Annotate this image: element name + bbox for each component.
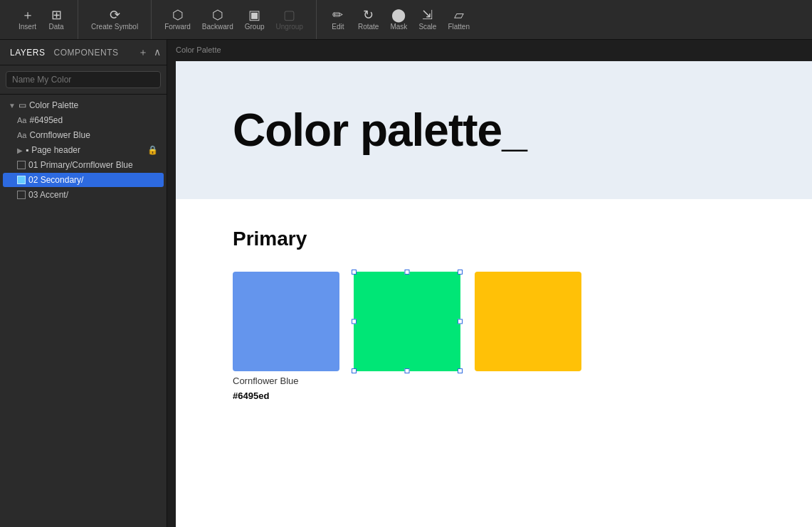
page-header-label: Page header (31, 145, 144, 155)
flatten-icon: ▱ (454, 9, 464, 21)
forward-button[interactable]: ⬡ Forward (160, 6, 195, 33)
data-icon: ⊞ (51, 9, 62, 21)
toolbar: ＋ Insert ⊞ Data ⟳ Create Symbol ⬡ Forwar… (0, 0, 812, 40)
layer-page-header[interactable]: ▶ ▪ Page header 🔒 (3, 143, 164, 157)
toolbar-symbol-group: ⟳ Create Symbol (78, 0, 152, 39)
artboard[interactable]: Color palette_ Primary Cornflower Blue #… (176, 61, 812, 527)
rotate-icon: ↻ (363, 9, 374, 21)
tab-components[interactable]: COMPONENTS (49, 45, 122, 60)
primary-section-title: Primary (233, 228, 755, 250)
handle-ml[interactable] (352, 319, 357, 324)
swatch-green[interactable] (354, 272, 460, 371)
scale-label: Scale (418, 23, 436, 31)
ungroup-button[interactable]: ▢ Ungroup (272, 6, 307, 33)
ungroup-label: Ungroup (276, 23, 303, 31)
swatch-yellow-color[interactable] (475, 272, 581, 371)
layer-accent-label: 03 Accent/ (28, 190, 158, 200)
handle-mr[interactable] (458, 319, 463, 324)
insert-button[interactable]: ＋ Insert (14, 6, 41, 33)
frame-icon: ▭ (19, 100, 26, 110)
data-button[interactable]: ⊞ Data (43, 6, 69, 33)
search-input[interactable] (6, 71, 161, 88)
toolbar-tools-group: ✏ Edit ↻ Rotate ⬤ Mask ⇲ Scale ▱ Flatten (317, 0, 483, 39)
layer-options-icon[interactable]: ∧ (154, 46, 161, 59)
swatch-cornflower-color[interactable] (233, 272, 339, 371)
flatten-button[interactable]: ▱ Flatten (443, 6, 474, 33)
data-label: Data (48, 23, 63, 31)
hero-title: Color palette_ (233, 104, 755, 156)
rotate-button[interactable]: ↻ Rotate (354, 6, 383, 33)
create-symbol-icon: ⟳ (110, 9, 120, 21)
scale-icon: ⇲ (422, 9, 433, 21)
swatch-green-color[interactable] (354, 272, 460, 371)
sidebar: LAYERS COMPONENTS ＋ ∧ ▼ ▭ Color Palette … (0, 40, 167, 527)
mask-label: Mask (390, 23, 407, 31)
layer-primary-label: 01 Primary/Cornflower Blue (28, 160, 158, 170)
artboard-label: Color Palette (176, 46, 221, 54)
layer-cornflower-label: Cornflower Blue (29, 130, 158, 140)
handle-br[interactable] (458, 368, 463, 373)
mask-icon: ⬤ (391, 9, 406, 21)
insert-label: Insert (19, 23, 36, 31)
flatten-label: Flatten (448, 23, 470, 31)
forward-icon: ⬡ (172, 9, 184, 21)
create-symbol-button[interactable]: ⟳ Create Symbol (87, 6, 142, 33)
layer-item-accent[interactable]: 03 Accent/ (3, 188, 164, 202)
insert-icon: ＋ (21, 9, 34, 21)
color-swatches: Cornflower Blue #6495ed (233, 272, 755, 401)
layer-group-color-palette[interactable]: ▼ ▭ Color Palette (3, 98, 164, 112)
sidebar-search-area (0, 65, 167, 95)
swatch-cornflower-hex: #6495ed (233, 390, 339, 401)
chevron-right-icon: ▶ (17, 147, 23, 154)
create-symbol-label: Create Symbol (91, 23, 138, 31)
layer-secondary-label: 02 Secondary/ (28, 175, 158, 185)
toolbar-arrange-group: ⬡ Forward ⬡ Backward ▣ Group ▢ Ungroup (152, 0, 317, 39)
backward-button[interactable]: ⬡ Backward (198, 6, 238, 33)
group-icon: ▣ (248, 9, 260, 21)
edit-button[interactable]: ✏ Edit (325, 6, 351, 33)
layer-item-cornflower-text[interactable]: Aa Cornflower Blue (3, 128, 164, 142)
handle-tm[interactable] (405, 270, 410, 275)
sidebar-tabs: LAYERS COMPONENTS ＋ ∧ (0, 40, 167, 65)
forward-label: Forward (164, 23, 191, 31)
handle-tl[interactable] (352, 270, 357, 275)
layer-item-hex-text[interactable]: Aa #6495ed (3, 113, 164, 127)
layer-item-secondary[interactable]: 02 Secondary/ (3, 173, 164, 187)
layer-hex-label: #6495ed (29, 115, 158, 125)
handle-bm[interactable] (405, 368, 410, 373)
group-button[interactable]: ▣ Group (241, 6, 269, 33)
rect-icon (17, 161, 26, 169)
backward-icon: ⬡ (212, 9, 223, 21)
ungroup-icon: ▢ (283, 9, 295, 21)
group-label: Group (245, 23, 265, 31)
main-area: LAYERS COMPONENTS ＋ ∧ ▼ ▭ Color Palette … (0, 40, 812, 527)
swatch-yellow[interactable] (475, 272, 581, 371)
swatch-cornflower-name: Cornflower Blue (233, 376, 339, 386)
lock-icon: 🔒 (147, 145, 158, 155)
folder-icon: ▪ (26, 145, 28, 155)
rect-icon-3 (17, 191, 26, 199)
add-layer-icon[interactable]: ＋ (138, 46, 148, 59)
layer-item-primary[interactable]: 01 Primary/Cornflower Blue (3, 158, 164, 172)
sidebar-layers: ▼ ▭ Color Palette Aa #6495ed Aa Cornflow… (0, 95, 167, 527)
handle-tr[interactable] (458, 270, 463, 275)
tab-layers[interactable]: LAYERS (6, 45, 49, 60)
backward-label: Backward (202, 23, 233, 31)
chevron-down-icon: ▼ (9, 102, 16, 110)
primary-section: Primary Cornflower Blue #6495ed (176, 199, 812, 430)
hero-section: Color palette_ (176, 61, 812, 199)
swatch-cornflower[interactable]: Cornflower Blue #6495ed (233, 272, 339, 401)
swatch-green-container[interactable] (354, 272, 460, 371)
mask-button[interactable]: ⬤ Mask (386, 6, 411, 33)
edit-icon: ✏ (332, 9, 343, 21)
toolbar-insert-group: ＋ Insert ⊞ Data (6, 0, 78, 39)
handle-bl[interactable] (352, 368, 357, 373)
canvas-area[interactable]: Color Palette Color palette_ Primary Cor… (167, 40, 812, 527)
text-icon: Aa (17, 116, 26, 124)
rect-icon-2 (17, 176, 26, 184)
text-icon-2: Aa (17, 131, 26, 139)
scale-button[interactable]: ⇲ Scale (414, 6, 441, 33)
edit-label: Edit (332, 23, 344, 31)
rotate-label: Rotate (358, 23, 379, 31)
layer-group-name: Color Palette (29, 100, 158, 110)
